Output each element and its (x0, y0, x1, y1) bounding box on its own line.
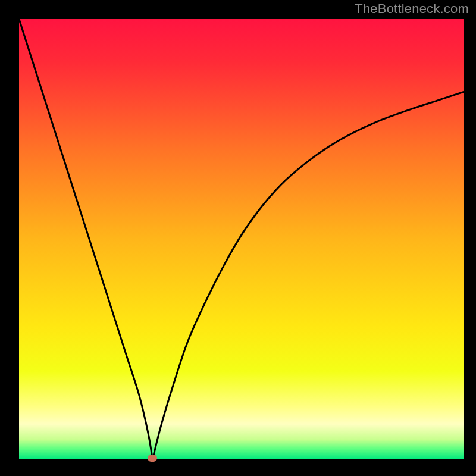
watermark-text: TheBottleneck.com (355, 1, 469, 17)
plot-area (19, 19, 464, 459)
bottleneck-curve (19, 19, 464, 459)
series-left-branch (19, 19, 152, 459)
optimal-marker (148, 455, 157, 462)
chart-frame: TheBottleneck.com (0, 0, 476, 476)
series-right-branch (152, 92, 464, 459)
